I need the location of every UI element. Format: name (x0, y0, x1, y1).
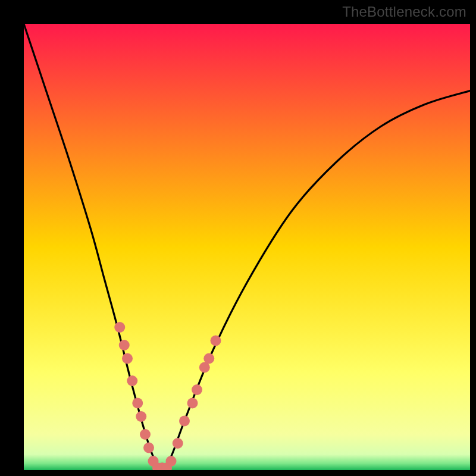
chart-frame: TheBottleneck.com (0, 0, 476, 476)
marker-point (192, 384, 202, 395)
marker-point (187, 398, 198, 409)
marker-point (114, 322, 125, 333)
marker-point (203, 353, 214, 364)
plot-area (24, 24, 470, 470)
marker-point (119, 340, 130, 350)
marker-point (136, 411, 146, 422)
marker-point (211, 336, 221, 346)
marker-point (166, 456, 177, 466)
marker-point (127, 375, 137, 386)
marker-point (179, 416, 190, 427)
marker-point (173, 438, 183, 449)
marker-point (140, 429, 151, 440)
gradient-background (24, 24, 470, 470)
bottleneck-chart (24, 24, 470, 470)
marker-point (143, 443, 154, 453)
watermark-text: TheBottleneck.com (342, 4, 466, 20)
marker-point (122, 353, 133, 364)
marker-point (132, 398, 143, 409)
